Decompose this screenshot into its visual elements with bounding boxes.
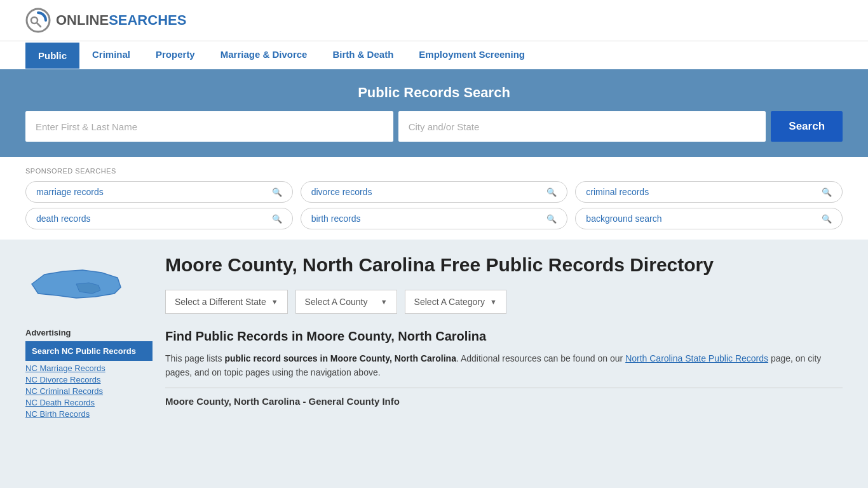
- search-button[interactable]: Search: [771, 111, 843, 142]
- section-title: Find Public Records in Moore County, Nor…: [165, 329, 843, 344]
- sponsored-row-1: marriage records 🔍 divorce records 🔍 cri…: [25, 181, 843, 203]
- nc-state-link[interactable]: North Carolina State Public Records: [625, 353, 768, 363]
- category-selector[interactable]: Select A Category ▼: [405, 290, 506, 314]
- sidebar: Advertising Search NC Public Records NC …: [25, 252, 153, 421]
- location-input[interactable]: [398, 111, 766, 142]
- sidebar-map: [25, 252, 153, 318]
- selectors-row: Select a Different State ▼ Select A Coun…: [165, 290, 843, 314]
- name-input[interactable]: [25, 111, 393, 142]
- content-area: Moore County, North Carolina Free Public…: [165, 252, 843, 421]
- sponsored-links: marriage records 🔍 divorce records 🔍 cri…: [25, 181, 843, 229]
- sponsored-pill-birth[interactable]: birth records 🔍: [301, 208, 568, 229]
- nc-state-map: [25, 252, 127, 316]
- divider: [165, 388, 843, 388]
- chevron-down-icon: ▼: [381, 298, 388, 306]
- logo-searches: SEARCHES: [109, 12, 186, 28]
- logo-online: ONLINE: [56, 12, 109, 28]
- chevron-down-icon: ▼: [490, 298, 497, 306]
- county-info-title: Moore County, North Carolina - General C…: [165, 396, 843, 407]
- search-icon: 🔍: [546, 214, 557, 224]
- state-selector[interactable]: Select a Different State ▼: [165, 290, 288, 314]
- logo-text: ONLINESEARCHES: [56, 12, 186, 29]
- search-fields: Search: [25, 111, 843, 142]
- sidebar-link-death[interactable]: NC Death Records: [25, 398, 153, 407]
- search-banner: Public Records Search Search: [0, 69, 868, 157]
- sidebar-link-marriage[interactable]: NC Marriage Records: [25, 363, 153, 373]
- nav-item-employment[interactable]: Employment Screening: [406, 41, 538, 69]
- main-nav: Public Criminal Property Marriage & Divo…: [0, 41, 868, 69]
- nav-item-public[interactable]: Public: [25, 43, 79, 69]
- logo[interactable]: ONLINESEARCHES: [25, 8, 186, 33]
- sponsored-pill-divorce[interactable]: divorce records 🔍: [301, 181, 568, 203]
- sidebar-link-divorce[interactable]: NC Divorce Records: [25, 375, 153, 384]
- nav-item-property[interactable]: Property: [143, 41, 208, 69]
- search-banner-title: Public Records Search: [25, 85, 843, 101]
- sidebar-link-criminal[interactable]: NC Criminal Records: [25, 386, 153, 396]
- advertising-label: Advertising: [25, 328, 153, 337]
- page-title: Moore County, North Carolina Free Public…: [165, 252, 843, 277]
- sponsored-row-2: death records 🔍 birth records 🔍 backgrou…: [25, 208, 843, 229]
- county-selector[interactable]: Select A County ▼: [295, 290, 397, 314]
- sponsored-section: SPONSORED SEARCHES marriage records 🔍 di…: [0, 157, 868, 240]
- logo-icon: [25, 8, 51, 33]
- sponsored-pill-criminal[interactable]: criminal records 🔍: [575, 181, 843, 203]
- header: ONLINESEARCHES: [0, 0, 868, 41]
- main-content: Advertising Search NC Public Records NC …: [0, 240, 868, 433]
- nav-item-marriage-divorce[interactable]: Marriage & Divorce: [208, 41, 320, 69]
- sponsored-pill-death[interactable]: death records 🔍: [25, 208, 293, 229]
- chevron-down-icon: ▼: [271, 298, 278, 306]
- search-icon: 🔍: [272, 187, 282, 197]
- search-icon: 🔍: [272, 214, 282, 224]
- sponsored-pill-marriage[interactable]: marriage records 🔍: [25, 181, 293, 203]
- search-icon: 🔍: [822, 187, 832, 197]
- search-icon: 🔍: [546, 187, 557, 197]
- sponsored-pill-background[interactable]: background search 🔍: [575, 208, 843, 229]
- sponsored-label: SPONSORED SEARCHES: [25, 167, 843, 175]
- sidebar-link-birth[interactable]: NC Birth Records: [25, 409, 153, 419]
- description-text: This page lists public record sources in…: [165, 351, 843, 380]
- sidebar-ad-highlight[interactable]: Search NC Public Records: [25, 341, 153, 361]
- svg-line-2: [37, 23, 41, 27]
- nav-item-criminal[interactable]: Criminal: [79, 41, 143, 69]
- nav-item-birth-death[interactable]: Birth & Death: [320, 41, 406, 69]
- search-icon: 🔍: [822, 214, 832, 224]
